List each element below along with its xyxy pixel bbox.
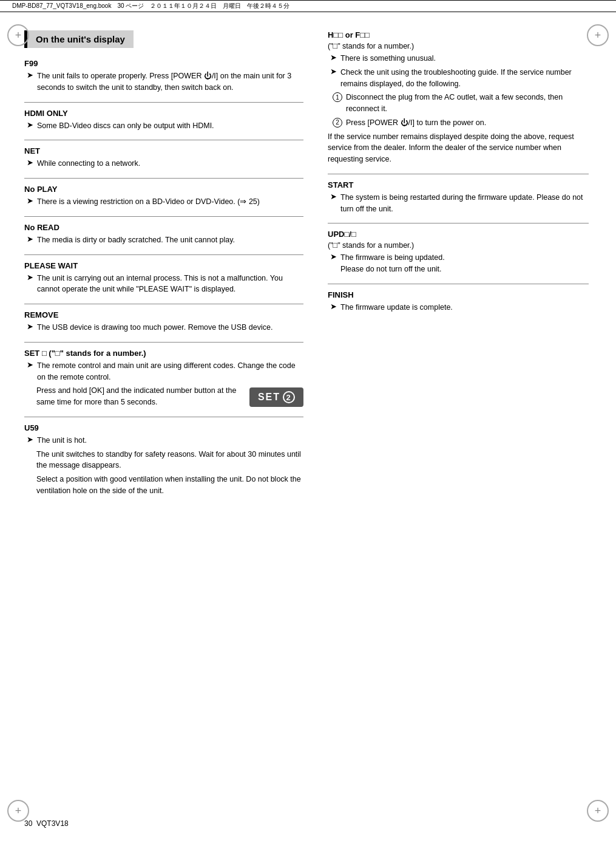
start-heading: START bbox=[328, 180, 589, 189]
right-column: H□□ or F□□ ("□" stands for a number.) ➤ … bbox=[328, 30, 589, 505]
arrow-icon: ➤ bbox=[330, 67, 337, 76]
no-read-item-1: ➤ The media is dirty or badly scratched.… bbox=[27, 234, 303, 246]
set-indent-text: Press and hold [OK] and the indicated nu… bbox=[36, 385, 237, 408]
arrow-icon: ➤ bbox=[27, 360, 33, 369]
section-set: SET □ ("□" stands for a number.) ➤ The r… bbox=[24, 342, 303, 408]
content-area: On the unit's display F99 ➤ The unit fai… bbox=[0, 12, 616, 530]
start-item-1: ➤ The system is being restarted during t… bbox=[330, 192, 589, 215]
arrow-icon: ➤ bbox=[27, 273, 33, 282]
arrow-icon: ➤ bbox=[330, 53, 337, 62]
left-column: On the unit's display F99 ➤ The unit fai… bbox=[24, 30, 303, 505]
hf-circle-2: 2 Press [POWER ⏻/I] to turn the power on… bbox=[333, 117, 589, 129]
arrow-icon: ➤ bbox=[27, 234, 33, 244]
u59-indent-1: The unit switches to standby for safety … bbox=[36, 449, 303, 472]
net-item-1: ➤ While connecting to a network. bbox=[27, 158, 303, 169]
hf-heading: H□□ or F□□ bbox=[328, 30, 589, 39]
hf-circle-1: 1 Disconnect the plug from the AC outlet… bbox=[333, 92, 589, 115]
no-play-heading: No PLAY bbox=[24, 185, 303, 194]
no-play-item-1: ➤ There is a viewing restriction on a BD… bbox=[27, 196, 303, 208]
u59-indent-2: Select a position with good ventilation … bbox=[36, 474, 303, 497]
section-title: On the unit's display bbox=[24, 30, 134, 48]
set-heading: SET □ ("□" stands for a number.) bbox=[24, 349, 303, 358]
section-no-read: No READ ➤ The media is dirty or badly sc… bbox=[24, 216, 303, 246]
set-label: SET bbox=[258, 392, 280, 403]
set-display-image: SET 2 bbox=[249, 387, 303, 407]
finish-heading: FINISH bbox=[328, 290, 589, 299]
header-text: DMP-BD87_77_VQT3V18_eng.book 30 ページ ２０１１… bbox=[12, 2, 289, 10]
corner-decoration-tr: + bbox=[587, 24, 609, 46]
section-u59: U59 ➤ The unit is hot. The unit switches… bbox=[24, 417, 303, 497]
upd-heading: UPD□/□ bbox=[328, 230, 589, 239]
arrow-icon: ➤ bbox=[27, 158, 33, 167]
hdmi-only-heading: HDMI ONLY bbox=[24, 109, 303, 118]
u59-item-1: ➤ The unit is hot. bbox=[27, 435, 303, 446]
section-please-wait: PLEASE WAIT ➤ The unit is carrying out a… bbox=[24, 254, 303, 296]
u59-heading: U59 bbox=[24, 423, 303, 432]
section-no-play: No PLAY ➤ There is a viewing restriction… bbox=[24, 178, 303, 208]
header-bar: DMP-BD87_77_VQT3V18_eng.book 30 ページ ２０１１… bbox=[0, 0, 616, 12]
hdmi-only-item-1: ➤ Some BD-Video discs can only be output… bbox=[27, 120, 303, 132]
remove-item-1: ➤ The USB device is drawing too much pow… bbox=[27, 322, 303, 333]
no-read-heading: No READ bbox=[24, 223, 303, 232]
set-indent-block: Press and hold [OK] and the indicated nu… bbox=[36, 385, 303, 408]
set-number: 2 bbox=[283, 391, 295, 403]
footer-page-number: 30 bbox=[24, 819, 32, 828]
circle-num-2: 2 bbox=[333, 118, 342, 128]
section-start: START ➤ The system is being restarted du… bbox=[328, 174, 589, 215]
arrow-icon: ➤ bbox=[330, 302, 337, 311]
f99-item-1: ➤ The unit fails to operate properly. Pr… bbox=[27, 70, 303, 94]
hf-plain-text: If the service number remains displayed … bbox=[328, 131, 589, 165]
corner-decoration-tl: + bbox=[7, 24, 29, 46]
section-hf: H□□ or F□□ ("□" stands for a number.) ➤ … bbox=[328, 30, 589, 165]
section-remove: REMOVE ➤ The USB device is drawing too m… bbox=[24, 304, 303, 333]
arrow-icon: ➤ bbox=[27, 120, 33, 129]
hf-item-1: ➤ There is something unusual. bbox=[330, 53, 589, 64]
footer: 30 VQT3V18 bbox=[24, 819, 69, 828]
upd-subheading: ("□" stands for a number.) bbox=[328, 241, 589, 250]
corner-decoration-br: + bbox=[587, 800, 609, 822]
circle-num-1: 1 bbox=[333, 92, 342, 102]
net-heading: NET bbox=[24, 146, 303, 155]
please-wait-heading: PLEASE WAIT bbox=[24, 261, 303, 270]
arrow-icon: ➤ bbox=[27, 322, 33, 331]
remove-heading: REMOVE bbox=[24, 310, 303, 319]
section-f99: F99 ➤ The unit fails to operate properly… bbox=[24, 59, 303, 94]
corner-decoration-bl: + bbox=[7, 800, 29, 822]
please-wait-item-1: ➤ The unit is carrying out an internal p… bbox=[27, 273, 303, 296]
section-net: NET ➤ While connecting to a network. bbox=[24, 140, 303, 169]
hf-item-2: ➤ Check the unit using the troubleshooti… bbox=[330, 67, 589, 90]
arrow-icon: ➤ bbox=[27, 70, 33, 80]
section-upd: UPD□/□ ("□" stands for a number.) ➤ The … bbox=[328, 223, 589, 275]
arrow-icon: ➤ bbox=[27, 196, 33, 205]
finish-item-1: ➤ The firmware update is complete. bbox=[330, 302, 589, 313]
hf-subheading: ("□" stands for a number.) bbox=[328, 42, 589, 50]
upd-item-1: ➤ The firmware is being updated.Please d… bbox=[330, 252, 589, 275]
arrow-icon: ➤ bbox=[330, 192, 337, 201]
section-hdmi-only: HDMI ONLY ➤ Some BD-Video discs can only… bbox=[24, 102, 303, 132]
arrow-icon: ➤ bbox=[27, 435, 33, 444]
set-item-1: ➤ The remote control and main unit are u… bbox=[27, 360, 303, 383]
page: + + + + DMP-BD87_77_VQT3V18_eng.book 30 … bbox=[0, 0, 616, 846]
arrow-icon: ➤ bbox=[330, 252, 337, 261]
footer-label: VQT3V18 bbox=[36, 819, 69, 828]
f99-heading: F99 bbox=[24, 59, 303, 68]
section-finish: FINISH ➤ The firmware update is complete… bbox=[328, 284, 589, 313]
